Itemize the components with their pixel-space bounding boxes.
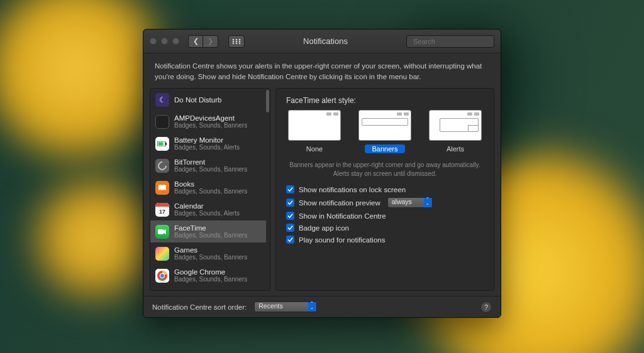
notifications-pref-window: ❮ ❯ Notifications Notification Centre sh… xyxy=(143,29,501,318)
svg-rect-14 xyxy=(158,229,164,234)
select-value: always xyxy=(392,198,412,205)
search-field[interactable] xyxy=(406,35,494,48)
sidebar-item-label: AMPDevicesAgent xyxy=(174,114,247,122)
sidebar-item-label: Books xyxy=(174,180,247,188)
moon-icon: ☾ xyxy=(155,93,169,107)
alert-style-label: None xyxy=(299,144,330,153)
chrome-icon xyxy=(155,269,169,283)
window-title: Notifications xyxy=(250,36,401,46)
minimize-icon[interactable] xyxy=(161,38,168,45)
preview-mode-select[interactable]: always xyxy=(387,197,433,208)
back-button[interactable]: ❮ xyxy=(188,35,203,48)
nav-back-forward: ❮ ❯ xyxy=(188,35,218,48)
sidebar-item-games[interactable]: GamesBadges, Sounds, Banners xyxy=(150,242,266,264)
svg-point-17 xyxy=(160,274,164,278)
app-icon xyxy=(155,115,169,129)
forward-button[interactable]: ❯ xyxy=(203,35,218,48)
alert-style-title: FaceTime alert style: xyxy=(286,96,484,105)
svg-point-7 xyxy=(236,42,238,44)
checkbox-icon xyxy=(286,198,294,207)
sidebar-item-sub: Badges, Sounds, Banners xyxy=(174,122,247,129)
sort-order-label: Notification Centre sort order: xyxy=(152,303,247,311)
check-badge[interactable]: Badge app icon xyxy=(286,224,484,232)
checkbox-icon xyxy=(286,212,294,220)
titlebar: ❮ ❯ Notifications xyxy=(143,30,501,53)
bittorrent-icon xyxy=(155,159,169,173)
facetime-icon xyxy=(155,225,169,239)
sidebar-item-sub: Badges, Sounds, Banners xyxy=(174,254,247,261)
sidebar-item-label: FaceTime xyxy=(174,224,247,232)
help-button[interactable]: ? xyxy=(480,301,492,313)
sidebar-item-books[interactable]: BooksBadges, Sounds, Banners xyxy=(150,176,266,198)
sidebar-item-do-not-disturb[interactable]: ☾ Do Not Disturb xyxy=(150,89,266,111)
sidebar-item-sub: Badges, Sounds, Banners xyxy=(174,188,247,195)
battery-icon xyxy=(155,137,169,151)
sidebar-item-label: Battery Monitor xyxy=(174,136,240,144)
sidebar-item-battery-monitor[interactable]: Battery MonitorBadges, Sounds, Alerts xyxy=(150,133,266,155)
alert-preview-none xyxy=(288,110,341,141)
window-controls xyxy=(150,38,179,45)
svg-point-1 xyxy=(236,38,238,40)
check-in-centre[interactable]: Show in Notification Centre xyxy=(286,212,484,220)
alert-style-label: Alerts xyxy=(439,144,472,153)
alert-style-alerts[interactable]: Alerts xyxy=(427,110,484,153)
sort-order-select[interactable]: Recents xyxy=(254,301,317,312)
check-sound[interactable]: Play sound for notifications xyxy=(286,236,484,244)
check-preview[interactable]: Show notification preview always xyxy=(286,197,484,208)
close-icon[interactable] xyxy=(150,38,157,45)
sidebar-item-sub: Badges, Sounds, Banners xyxy=(174,276,247,283)
detail-panel: FaceTime alert style: None Banners Alert… xyxy=(275,88,494,291)
alert-style-banners[interactable]: Banners xyxy=(357,110,413,153)
sidebar-item-sub: Badges, Sounds, Alerts xyxy=(174,210,240,217)
sidebar-item-facetime[interactable]: FaceTimeBadges, Sounds, Banners xyxy=(150,220,266,242)
sidebar-item-bittorrent[interactable]: BitTorrentBadges, Sounds, Banners xyxy=(150,155,266,176)
sidebar-item-ampdevicesagent[interactable]: AMPDevicesAgentBadges, Sounds, Banners xyxy=(150,111,266,133)
sidebar-item-label: Google Chrome xyxy=(174,268,247,276)
svg-rect-13 xyxy=(165,143,167,145)
check-label: Show notifications on lock screen xyxy=(299,186,406,193)
checkbox-icon xyxy=(286,224,294,232)
check-lock-screen[interactable]: Show notifications on lock screen xyxy=(286,185,484,193)
sidebar-item-google-chrome[interactable]: Google ChromeBadges, Sounds, Banners xyxy=(150,264,266,286)
pane-description: Notification Centre shows your alerts in… xyxy=(143,53,501,88)
alert-style-none[interactable]: None xyxy=(286,110,343,153)
sidebar-item-label: Do Not Disturb xyxy=(174,96,221,104)
svg-point-5 xyxy=(239,40,241,42)
sidebar-item-sub: Badges, Sounds, Alerts xyxy=(174,144,240,151)
calendar-icon: 17 xyxy=(155,203,169,217)
alert-style-hint: Banners appear in the upper-right corner… xyxy=(286,157,484,185)
games-icon xyxy=(155,247,169,261)
select-value: Recents xyxy=(258,302,283,310)
svg-point-3 xyxy=(233,40,235,42)
svg-point-6 xyxy=(233,42,235,44)
alert-preview-banners xyxy=(358,110,411,141)
sidebar-item-label: BitTorrent xyxy=(174,158,247,166)
search-input[interactable] xyxy=(413,38,500,45)
svg-point-8 xyxy=(239,42,241,44)
checkbox-icon xyxy=(286,185,294,193)
alert-style-label: Banners xyxy=(365,144,406,153)
sidebar-item-label: Calendar xyxy=(174,202,240,210)
checkbox-icon xyxy=(286,236,294,244)
check-label: Play sound for notifications xyxy=(299,236,385,244)
sidebar-item-calendar[interactable]: 17 CalendarBadges, Sounds, Alerts xyxy=(150,198,266,220)
scrollbar-thumb[interactable] xyxy=(266,90,269,112)
check-label: Show in Notification Centre xyxy=(299,212,386,220)
footer: Notification Centre sort order: Recents … xyxy=(143,296,501,317)
show-all-button[interactable] xyxy=(228,35,245,48)
check-label: Badge app icon xyxy=(299,224,349,232)
app-list: ☾ Do Not Disturb AMPDevicesAgentBadges, … xyxy=(150,88,270,291)
svg-point-0 xyxy=(233,38,235,40)
books-icon xyxy=(155,181,169,195)
sidebar-item-label: Games xyxy=(174,246,247,254)
sidebar-item-sub: Badges, Sounds, Banners xyxy=(174,232,247,239)
check-label: Show notification preview xyxy=(299,199,380,207)
sidebar-item-sub: Badges, Sounds, Banners xyxy=(174,166,247,173)
svg-rect-12 xyxy=(158,142,164,145)
alert-preview-alerts xyxy=(429,110,482,141)
svg-point-2 xyxy=(239,38,241,40)
zoom-icon[interactable] xyxy=(172,38,179,45)
svg-point-4 xyxy=(236,40,238,42)
